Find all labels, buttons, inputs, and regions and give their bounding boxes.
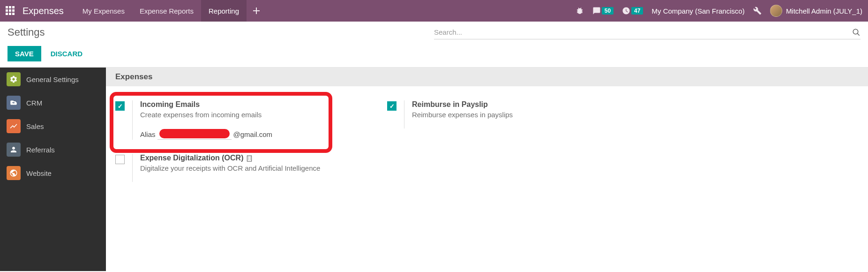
nav-new-icon[interactable] bbox=[247, 8, 266, 14]
settings-column-1: Incoming Emails Create expenses from inc… bbox=[115, 100, 359, 196]
sidebar-item-label: Sales bbox=[26, 122, 44, 130]
nav-item-reporting[interactable]: Reporting bbox=[201, 0, 247, 22]
enterprise-icon bbox=[246, 155, 253, 162]
svg-rect-1 bbox=[253, 10, 260, 11]
apps-menu-icon[interactable] bbox=[6, 6, 15, 15]
tools-icon[interactable] bbox=[753, 7, 762, 15]
debug-icon[interactable] bbox=[576, 7, 584, 15]
search-input[interactable] bbox=[434, 26, 852, 38]
page-title: Settings bbox=[7, 26, 45, 38]
settings-sidebar: General Settings CRM Sales Referrals Web… bbox=[0, 68, 106, 271]
alias-row: Alias @gmail.com bbox=[140, 129, 272, 140]
gear-icon bbox=[7, 72, 21, 86]
avatar bbox=[770, 5, 782, 17]
setting-title: Expense Digitalization (OCR) bbox=[140, 154, 320, 162]
checkbox-incoming-emails[interactable] bbox=[115, 101, 125, 111]
search-bar[interactable] bbox=[434, 26, 861, 39]
setting-incoming-emails: Incoming Emails Create expenses from inc… bbox=[115, 100, 359, 140]
top-navbar: Expenses My Expenses Expense Reports Rep… bbox=[0, 0, 868, 22]
activities-icon[interactable]: 47 bbox=[622, 7, 643, 15]
sidebar-item-label: Website bbox=[26, 169, 52, 177]
company-switcher[interactable]: My Company (San Francisco) bbox=[651, 7, 744, 15]
search-icon[interactable] bbox=[852, 28, 861, 37]
redacted-alias bbox=[159, 129, 230, 138]
nav-menu: My Expenses Expense Reports Reporting bbox=[75, 0, 266, 22]
section-header-expenses: Expenses bbox=[106, 68, 868, 86]
setting-ocr: Expense Digitalization (OCR) Digitalize … bbox=[115, 154, 359, 182]
sidebar-item-referrals[interactable]: Referrals bbox=[0, 138, 106, 161]
setting-title: Reimburse in Payslip bbox=[412, 100, 513, 109]
user-menu[interactable]: Mitchell Admin (JULY_1) bbox=[770, 5, 862, 17]
sidebar-item-sales[interactable]: Sales bbox=[0, 114, 106, 138]
sidebar-item-label: Referrals bbox=[26, 146, 55, 154]
messages-icon[interactable]: 50 bbox=[592, 7, 614, 15]
sidebar-item-label: CRM bbox=[26, 99, 42, 107]
setting-desc: Reimburse expenses in payslips bbox=[412, 111, 513, 119]
alias-domain: @gmail.com bbox=[233, 130, 273, 138]
divider bbox=[404, 100, 404, 128]
sidebar-item-label: General Settings bbox=[26, 76, 79, 83]
settings-column-2: Reimburse in Payslip Reimburse expenses … bbox=[387, 100, 631, 196]
sidebar-item-crm[interactable]: CRM bbox=[0, 91, 106, 114]
checkbox-ocr[interactable] bbox=[115, 155, 125, 164]
settings-grid: Incoming Emails Create expenses from inc… bbox=[106, 86, 868, 210]
handshake-icon bbox=[7, 96, 21, 110]
save-button[interactable]: SAVE bbox=[7, 46, 41, 61]
navbar-right: 50 47 My Company (San Francisco) Mitchel… bbox=[576, 5, 862, 17]
control-panel: Settings SAVE DISCARD bbox=[0, 22, 868, 68]
nav-item-expense-reports[interactable]: Expense Reports bbox=[132, 0, 201, 22]
sidebar-item-general-settings[interactable]: General Settings bbox=[0, 68, 106, 91]
setting-title: Incoming Emails bbox=[140, 100, 272, 109]
alias-label: Alias bbox=[140, 130, 156, 138]
discard-button[interactable]: DISCARD bbox=[45, 46, 88, 61]
globe-icon bbox=[7, 166, 21, 180]
chart-icon bbox=[7, 119, 21, 133]
setting-desc: Create expenses from incoming emails bbox=[140, 111, 272, 119]
svg-rect-4 bbox=[247, 156, 251, 161]
divider bbox=[132, 154, 133, 182]
settings-body: General Settings CRM Sales Referrals Web… bbox=[0, 68, 868, 271]
messages-badge: 50 bbox=[602, 7, 614, 15]
setting-desc: Digitalize your receipts with OCR and Ar… bbox=[140, 164, 320, 172]
svg-line-3 bbox=[857, 33, 860, 36]
activities-badge: 47 bbox=[631, 7, 643, 15]
setting-reimburse: Reimburse in Payslip Reimburse expenses … bbox=[387, 100, 631, 128]
settings-main: Expenses Incoming Emails Create expenses… bbox=[106, 68, 868, 271]
navbar-left: Expenses My Expenses Expense Reports Rep… bbox=[6, 0, 266, 22]
app-brand[interactable]: Expenses bbox=[22, 6, 64, 16]
nav-item-my-expenses[interactable]: My Expenses bbox=[75, 0, 132, 22]
user-name: Mitchell Admin (JULY_1) bbox=[786, 7, 862, 15]
sidebar-item-website[interactable]: Website bbox=[0, 161, 106, 185]
svg-point-2 bbox=[853, 29, 858, 34]
divider bbox=[132, 100, 133, 140]
checkbox-reimburse[interactable] bbox=[387, 101, 397, 111]
person-icon bbox=[7, 143, 21, 157]
